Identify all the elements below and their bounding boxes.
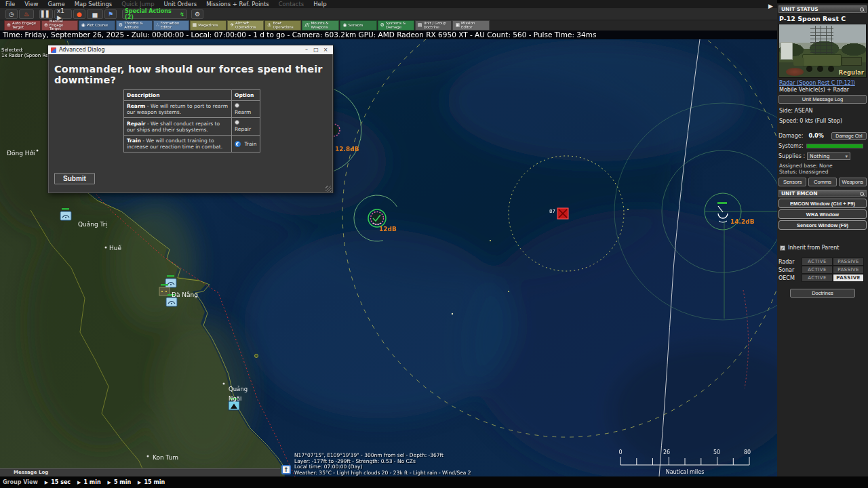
plot-course-button[interactable]: ◉Plot Course	[79, 20, 115, 30]
dialog-titlebar[interactable]: Advanced Dialog – □ ×	[48, 45, 333, 54]
scale-caption: Nautical miles	[666, 469, 705, 475]
submit-button[interactable]: Submit	[54, 173, 95, 184]
label-hue: Huế	[109, 245, 121, 251]
time-step-5min[interactable]: ▶ 5 min	[108, 479, 132, 485]
supplies-label: Supplies :	[778, 153, 805, 159]
intensity-icon[interactable]: ♨	[19, 9, 34, 19]
supplies-dropdown[interactable]: Nothing ▾	[807, 152, 850, 160]
sensors-button[interactable]: ◉Sensors	[340, 20, 376, 30]
photo-wheel	[817, 66, 823, 72]
status-weather: Weather: 35°C - Light high clouds 20 - 2…	[294, 470, 471, 476]
unit-type: Mobile Vehicle(s) + Radar	[779, 87, 867, 93]
engage-icon: ⊕	[44, 23, 48, 28]
time-step-15min[interactable]: ▶ 15 min	[138, 479, 165, 485]
sensors-window-button[interactable]: Sensors Window (F9)	[778, 220, 867, 230]
menu-missions-ref-points[interactable]: Missions + Ref. Points	[206, 1, 269, 7]
menu-view[interactable]: View	[24, 1, 38, 7]
radio-train[interactable]	[235, 141, 241, 147]
message-log-bar[interactable]: Message Log	[0, 468, 280, 476]
resize-grip[interactable]	[326, 186, 332, 192]
photo-antenna-mast	[810, 26, 833, 56]
photo-wheel	[828, 66, 834, 72]
emcon-row-radar: Radar ACTIVE PASSIVE	[778, 258, 867, 266]
settings-gear-icon[interactable]: ⚙	[191, 9, 203, 19]
unit-status-header[interactable]: UNIT STATUS	[778, 5, 867, 13]
signal-label-14-2db: 14.2dB	[730, 218, 755, 225]
signal-label-12db: 12dB	[379, 226, 397, 232]
time-step-15sec[interactable]: ▶ 15 sec	[45, 479, 71, 485]
emcon-window-button[interactable]: EMCON Window (Ctrl + F9)	[778, 199, 867, 208]
radar-passive-button[interactable]: PASSIVE	[833, 258, 864, 266]
time-speed-button[interactable]: x1 ▶	[54, 9, 72, 19]
flag-icon[interactable]: ⚑	[104, 9, 117, 19]
unit-selected-p12-radar[interactable]	[368, 209, 386, 227]
magnifier-icon[interactable]	[860, 7, 864, 12]
menu-file[interactable]: File	[5, 1, 15, 7]
manual-engage-target-button[interactable]: ⊕Manual Engage Target	[41, 20, 78, 30]
unit-status-sidebar: UNIT STATUS P-12 Spoon Rest C Regular Ra…	[777, 3, 868, 488]
magnifier-icon[interactable]	[860, 192, 864, 196]
throttle-icon: ⚙	[119, 23, 123, 28]
menu-unit-orders[interactable]: Unit Orders	[164, 1, 197, 7]
sidebar-collapse-arrow[interactable]: ▶	[768, 3, 773, 9]
emcon-mode-table: Radar ACTIVE PASSIVE Sonar ACTIVE PASSIV…	[778, 258, 867, 282]
unit-message-log-button[interactable]: Unit Message Log	[778, 95, 867, 104]
message-log-restore-icon[interactable]: ↑	[281, 465, 291, 474]
sonar-active-button[interactable]: ACTIVE	[802, 266, 833, 274]
formation-editor-button[interactable]: ∴Formation Editor	[153, 20, 189, 30]
damage-ctrl-button[interactable]: Damage Ctrl	[831, 132, 867, 140]
minimize-button[interactable]: –	[302, 47, 311, 53]
throttle-altitude-button[interactable]: ⚙Throttle & Altitude	[116, 20, 153, 30]
radio-rearm[interactable]	[235, 103, 239, 108]
menu-help[interactable]: Help	[313, 1, 326, 7]
special-actions-button[interactable]: Special Actions (2) ↯	[122, 9, 187, 19]
mounts-weapons-button[interactable]: ///Mounts & Weapons	[302, 20, 339, 30]
label-quang-ngai-1: Quảng	[229, 386, 248, 392]
clock-icon[interactable]: ◷	[5, 9, 18, 19]
photo-wheel	[806, 66, 812, 72]
systems-label: Systems:	[778, 143, 804, 149]
scale-tick-0: 0	[618, 449, 622, 455]
engage-icon: ⊕	[7, 23, 11, 28]
speck	[508, 291, 509, 292]
mission-editor-button[interactable]: ▣Mission Editor	[452, 20, 490, 30]
close-button[interactable]: ×	[321, 47, 330, 53]
menu-map-settings[interactable]: Map Settings	[75, 1, 113, 7]
unit-group-doctrine-button[interactable]: ▤Unit / Group Doctrine	[415, 20, 452, 30]
weapons-tab-button[interactable]: Weapons	[839, 178, 867, 186]
aircraft-operations-button[interactable]: ✈Aircraft Operations	[227, 20, 264, 30]
dialog-app-icon	[51, 47, 56, 53]
islet	[255, 354, 258, 358]
unit-emcon-header[interactable]: UNIT EMCON	[778, 190, 867, 197]
assignment-status: Status: Unassigned	[779, 169, 867, 175]
command-modern-operations-window: 87 Đồng Hới Quảng Trị Huế Đà Nẵng Quảng …	[0, 0, 868, 488]
group-view-button[interactable]: Group View	[3, 479, 38, 485]
radio-repair[interactable]	[235, 120, 239, 125]
sensors-tab-button[interactable]: Sensors	[778, 178, 806, 186]
table-header-row: Description Option	[124, 90, 260, 101]
oecm-passive-button[interactable]: PASSIVE	[833, 274, 864, 282]
damage-label: Damage:	[778, 133, 803, 139]
unit-class-link[interactable]: Radar (Spoon Rest C [P-12])	[779, 80, 867, 86]
systems-damage-button[interactable]: ⚙Systems & Damage	[378, 20, 414, 30]
recorder-icon[interactable]: ▅	[87, 9, 103, 19]
oecm-active-button[interactable]: ACTIVE	[802, 274, 833, 282]
pause-button[interactable]: ▌▌	[39, 9, 53, 19]
doctrines-button[interactable]: Doctrines	[790, 289, 855, 298]
maximize-button[interactable]: □	[311, 47, 321, 53]
auto-engage-target-button[interactable]: ⊕Auto Engage Target	[4, 20, 41, 30]
comms-tab-button[interactable]: Comms	[808, 178, 836, 186]
wra-window-button[interactable]: WRA Window	[778, 209, 867, 219]
boat-operations-button[interactable]: ⚓Boat Operations	[264, 20, 301, 30]
radar-active-button[interactable]: ACTIVE	[802, 258, 833, 266]
time-step-1min[interactable]: ▶ 1 min	[77, 479, 101, 485]
sonar-passive-button[interactable]: PASSIVE	[833, 266, 864, 274]
menu-game[interactable]: Game	[47, 1, 64, 7]
menu-quick-jump: Quick Jump	[121, 1, 154, 7]
magazines-button[interactable]: ▦Magazines	[190, 20, 227, 30]
record-button[interactable]: ●	[73, 9, 85, 19]
formation-icon: ∴	[156, 23, 159, 28]
time-status-bar: Time: Friday, September 26, 2025 - Zulu:…	[0, 30, 777, 39]
inherit-from-parent-checkbox[interactable]: ✓	[780, 245, 785, 251]
play-icon: ▶	[77, 480, 81, 485]
